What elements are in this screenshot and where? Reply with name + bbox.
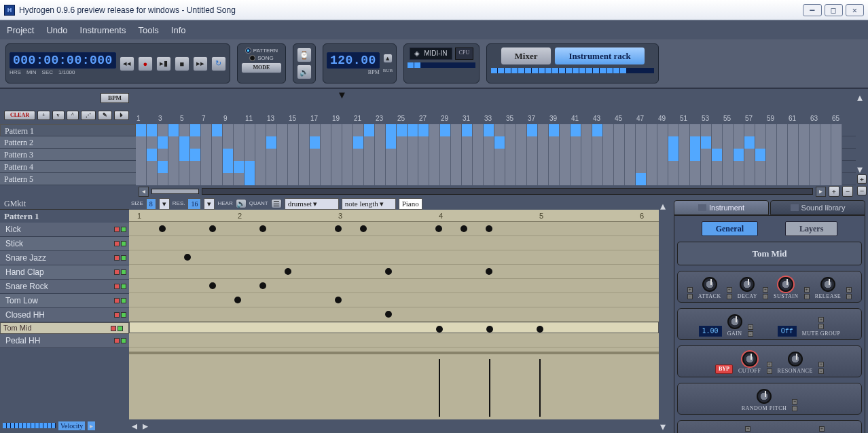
instrument-row[interactable]: Tom Low — [0, 294, 129, 308]
song-scroll-right[interactable]: ▸ — [816, 187, 826, 197]
add-pattern-button[interactable]: + — [37, 111, 50, 120]
playhead-button[interactable]: ⏵ — [114, 111, 129, 120]
gain-knob[interactable] — [727, 314, 742, 329]
song-scroll-left[interactable]: ◂ — [139, 187, 149, 197]
menu-tools[interactable]: Tools — [138, 25, 158, 35]
velocity-editor[interactable] — [129, 352, 659, 419]
record-button[interactable]: ● — [138, 56, 153, 71]
instrument-row[interactable]: Stick — [0, 237, 129, 251]
song-vscroll-up[interactable]: ▴ — [857, 91, 867, 100]
forward-button[interactable]: ▸▸ — [193, 56, 208, 71]
drumset-select[interactable]: drumset — [285, 198, 339, 210]
song-vminus[interactable]: − — [857, 186, 867, 195]
res-select[interactable]: 16 — [187, 198, 201, 210]
instrument-row[interactable]: Snare Jazz — [0, 251, 129, 265]
instrument-row[interactable]: Closed HH — [0, 308, 129, 322]
cutoff-knob[interactable] — [742, 352, 757, 366]
note-row[interactable] — [129, 222, 659, 236]
pat-vscroll-down[interactable]: ▾ — [660, 420, 670, 430]
select-mode-button[interactable]: ✎ — [98, 111, 112, 120]
pattern-list-item[interactable]: Pattern 5 — [0, 173, 136, 185]
pattern-list-item[interactable]: Pattern 2 — [0, 136, 136, 149]
pattern-list-item[interactable]: Pattern 1 — [0, 124, 136, 136]
instrument-row[interactable]: Pedal HH — [0, 334, 129, 348]
pat-scroll-right[interactable]: ▸ — [143, 419, 148, 432]
song-row[interactable] — [136, 124, 856, 136]
maximize-button[interactable]: □ — [825, 4, 843, 16]
pattern-list-item[interactable]: Pattern 4 — [0, 161, 136, 173]
pat-vscroll-up[interactable]: ▴ — [660, 200, 670, 209]
quant-toggle[interactable]: ☰ — [271, 199, 282, 208]
song-hscroll-thumb[interactable] — [151, 189, 199, 194]
song-mode-radio[interactable] — [249, 55, 255, 61]
note-row[interactable] — [129, 293, 659, 307]
velocity-label[interactable]: Velocity — [58, 421, 85, 430]
subtab-layers[interactable]: Layers — [785, 221, 837, 236]
piano-button[interactable]: Piano — [399, 198, 422, 210]
stop-button[interactable]: ■ — [175, 56, 189, 71]
decay-knob[interactable] — [740, 277, 755, 292]
hear-toggle[interactable]: 🔊 — [236, 199, 247, 208]
song-ruler[interactable]: 1357911131517192123252729313335373941434… — [136, 89, 856, 124]
instrument-rack-button[interactable]: Instrument rack — [554, 47, 645, 65]
metronome-button[interactable]: ⌚ — [297, 48, 312, 62]
bypass-button[interactable]: BYP — [715, 364, 733, 374]
menu-undo[interactable]: Undo — [46, 25, 67, 35]
minimize-button[interactable]: — — [803, 4, 821, 16]
tab-sound-library[interactable]: Sound library — [770, 200, 865, 215]
note-row[interactable] — [129, 265, 659, 279]
gain-value[interactable]: 1.00 — [699, 326, 722, 337]
bpm-display[interactable]: 120.00 — [327, 52, 380, 69]
bpm-up-button[interactable]: ▲ — [383, 54, 393, 63]
mixer-button[interactable]: Mixer — [501, 47, 552, 65]
song-row[interactable] — [136, 149, 856, 161]
note-row[interactable] — [129, 250, 659, 265]
close-button[interactable]: ✕ — [846, 4, 864, 16]
note-row[interactable] — [129, 236, 659, 250]
sustain-knob[interactable] — [778, 277, 793, 292]
clear-button[interactable]: CLEAR — [4, 111, 35, 120]
menu-project[interactable]: Project — [7, 25, 34, 35]
note-row[interactable] — [129, 307, 659, 322]
release-knob[interactable] — [820, 277, 835, 292]
rewind-button[interactable]: ◂◂ — [120, 56, 134, 71]
menu-info[interactable]: Info — [171, 25, 186, 35]
subtab-general[interactable]: General — [702, 221, 758, 236]
song-plus-button[interactable]: + — [829, 186, 839, 197]
instrument-row[interactable]: Snare Rock — [0, 280, 129, 294]
speaker-button[interactable]: 🔊 — [297, 64, 312, 79]
instrument-row[interactable]: Tom Mid — [0, 322, 129, 334]
move-up-button[interactable]: ^ — [67, 111, 79, 120]
size-dropdown[interactable] — [159, 198, 170, 210]
song-row[interactable] — [136, 173, 856, 185]
res-dropdown[interactable] — [204, 198, 215, 210]
pattern-mode-radio[interactable] — [245, 48, 251, 54]
move-down-button[interactable]: v — [52, 111, 65, 120]
pattern-list-item[interactable]: Pattern 3 — [0, 149, 136, 161]
timeline-bpm-button[interactable]: BPM — [101, 93, 129, 103]
instrument-name-display[interactable]: Tom Mid — [677, 242, 862, 265]
attack-knob[interactable] — [702, 277, 717, 292]
resonance-knob[interactable] — [788, 352, 803, 366]
notelen-select[interactable]: note length — [342, 198, 396, 210]
instrument-row[interactable]: Hand Clap — [0, 265, 129, 280]
pattern-ruler[interactable]: 123456 — [129, 210, 659, 222]
note-row[interactable] — [129, 279, 659, 293]
song-row[interactable] — [136, 136, 856, 149]
play-button[interactable]: ▸▮ — [156, 56, 171, 71]
loop-button[interactable]: ↻ — [211, 56, 226, 71]
instrument-row[interactable]: Kick — [0, 223, 129, 237]
random-pitch-knob[interactable] — [757, 389, 772, 404]
mute-group-value[interactable]: Off — [778, 326, 797, 337]
song-vscroll-down[interactable]: ▾ — [857, 163, 867, 172]
menu-instruments[interactable]: Instruments — [80, 25, 126, 35]
note-row[interactable] — [129, 333, 659, 347]
song-minus-button[interactable]: − — [842, 186, 853, 197]
pat-scroll-left[interactable]: ◂ — [132, 419, 137, 432]
note-row[interactable] — [129, 322, 659, 333]
tab-instrument[interactable]: Instrument — [674, 200, 769, 215]
song-vplus[interactable]: + — [857, 174, 867, 184]
song-hscroll-track[interactable] — [202, 188, 813, 195]
mode-button[interactable]: MODE — [241, 62, 282, 73]
draw-mode-button[interactable]: ⋰ — [81, 111, 96, 120]
